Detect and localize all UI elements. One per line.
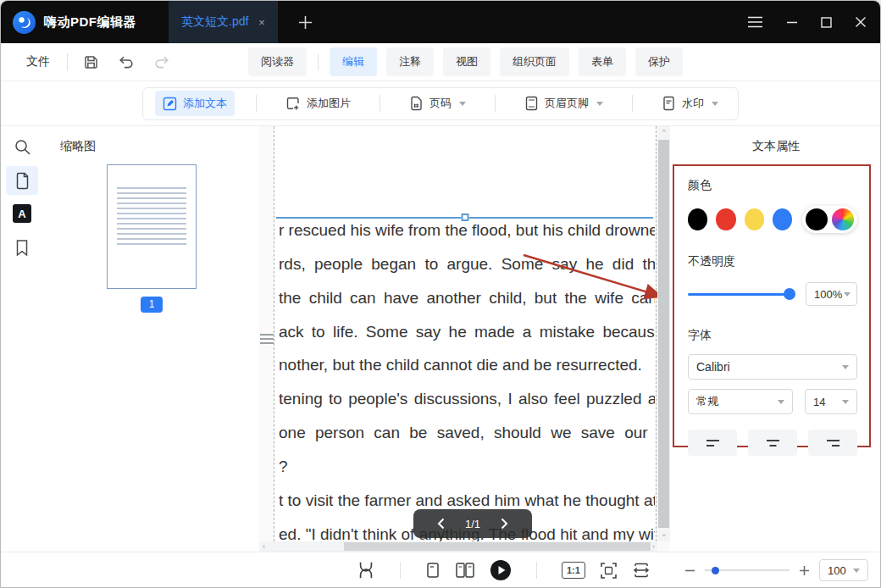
mode-organize-pages[interactable]: 组织页面 <box>500 47 569 76</box>
opacity-dropdown-caret <box>844 292 851 297</box>
continuous-scroll-icon[interactable] <box>357 561 375 580</box>
undo-button[interactable] <box>118 54 135 69</box>
fit-page-icon[interactable] <box>600 562 618 580</box>
single-page-view-icon[interactable] <box>425 562 440 579</box>
current-color-picker <box>802 206 857 233</box>
text-properties-panel: 文本属性 颜色 不透明度 <box>670 126 881 552</box>
swatch-black[interactable] <box>688 208 707 230</box>
font-style-value: 常规 <box>696 394 718 409</box>
mode-reader[interactable]: 阅读器 <box>248 47 307 76</box>
close-button[interactable] <box>855 16 867 28</box>
next-page-button[interactable] <box>501 518 508 530</box>
redo-button[interactable] <box>153 54 170 69</box>
page-number-label: 页码 <box>429 96 452 111</box>
swatch-yellow[interactable] <box>745 208 764 230</box>
opacity-value: 100% <box>814 288 842 301</box>
divider <box>256 95 257 112</box>
watermark-button[interactable]: 水印 <box>654 91 726 116</box>
highlighted-properties-box: 颜色 不透明度 100% <box>673 164 871 447</box>
mode-form[interactable]: 表单 <box>579 47 626 76</box>
opacity-slider[interactable] <box>688 293 793 296</box>
mode-annotate[interactable]: 注释 <box>386 47 434 76</box>
mode-protect[interactable]: 保护 <box>635 47 683 76</box>
presentation-mode-icon[interactable] <box>490 559 512 581</box>
scroll-down-icon[interactable]: ⌄ <box>661 530 668 538</box>
color-swatches <box>688 206 857 233</box>
actual-size-button[interactable]: 1:1 <box>562 562 585 579</box>
page-thumbnail[interactable] <box>107 164 197 289</box>
header-footer-dropdown-caret[interactable] <box>596 102 603 106</box>
font-size-select[interactable]: 14 <box>805 389 857 414</box>
align-right-button[interactable] <box>808 430 857 456</box>
mode-edit[interactable]: 编辑 <box>330 47 377 76</box>
scroll-right-icon[interactable]: › <box>652 543 655 551</box>
opacity-slider-knob[interactable] <box>784 288 795 300</box>
page-indicator: 1/1 <box>465 518 480 530</box>
search-icon[interactable] <box>8 136 36 158</box>
text-panel-icon[interactable]: A <box>13 204 31 223</box>
divider <box>380 95 380 112</box>
maximize-button[interactable] <box>821 17 832 28</box>
horizontal-scrollbar-thumb[interactable] <box>344 542 651 551</box>
zoom-slider-knob[interactable] <box>712 567 719 574</box>
app-window: 嗨动PDF编辑器 英文短文.pdf × 文件 <box>0 0 881 588</box>
document-text-line: rds, people began to argue. Some say he … <box>279 255 655 277</box>
zoom-in-button[interactable] <box>799 565 810 576</box>
vertical-scrollbar[interactable]: ⌃ ⌄ <box>657 126 670 541</box>
horizontal-scrollbar[interactable]: ‹ › <box>259 541 657 552</box>
document-text-line: ack to life. Some say he made a mistake … <box>279 323 655 345</box>
opacity-value-select[interactable]: 100% <box>806 282 857 306</box>
align-left-button[interactable] <box>688 430 737 456</box>
hamburger-menu-icon[interactable] <box>747 16 763 28</box>
document-text-line: r rescued his wife from the flood, but h… <box>279 221 655 243</box>
scroll-left-icon[interactable]: ‹ <box>263 543 265 551</box>
add-text-button[interactable]: 添加文本 <box>155 91 235 116</box>
divider <box>318 53 319 70</box>
two-page-view-icon[interactable] <box>455 562 475 579</box>
zoom-level-value: 100 <box>828 564 846 577</box>
save-button[interactable] <box>83 54 99 70</box>
watermark-dropdown-caret[interactable] <box>712 102 718 106</box>
tab-close-icon[interactable]: × <box>258 17 265 28</box>
font-family-dropdown-caret <box>842 365 849 369</box>
align-center-button[interactable] <box>748 430 797 456</box>
file-menu-button[interactable]: 文件 <box>19 49 57 75</box>
swatch-red[interactable] <box>716 208 735 230</box>
page-number-dropdown-caret[interactable] <box>459 102 466 106</box>
swatch-blue[interactable] <box>773 208 792 230</box>
custom-color-wheel-icon[interactable] <box>832 208 854 230</box>
font-label: 字体 <box>688 328 857 343</box>
scroll-up-icon[interactable]: ⌃ <box>661 130 668 137</box>
thumbnail-panel-title: 缩略图 <box>60 139 96 154</box>
zoom-slider[interactable] <box>705 569 790 571</box>
font-family-select[interactable]: Calibri <box>688 354 857 380</box>
minimize-button[interactable] <box>786 16 798 28</box>
add-image-label: 添加图片 <box>307 96 351 111</box>
zoom-out-button[interactable] <box>684 565 695 576</box>
divider <box>67 53 68 70</box>
current-color-swatch[interactable] <box>806 208 828 230</box>
document-viewport: r rescued his wife from the flood, but h… <box>259 126 670 552</box>
titlebar: 嗨动PDF编辑器 英文短文.pdf × <box>1 1 880 43</box>
divider <box>400 562 401 579</box>
fit-width-icon[interactable] <box>632 563 651 578</box>
new-tab-button[interactable] <box>298 15 313 30</box>
bookmark-panel-icon[interactable] <box>11 236 33 258</box>
header-footer-label: 页眉页脚 <box>545 96 589 111</box>
add-image-button[interactable]: 添加图片 <box>278 91 358 116</box>
previous-page-button[interactable] <box>437 518 445 530</box>
header-footer-button[interactable]: 页眉页脚 <box>517 91 611 116</box>
document-tab[interactable]: 英文短文.pdf × <box>169 1 278 43</box>
zoom-level-select[interactable]: 100 <box>819 559 868 581</box>
thumbnail-text-preview <box>117 184 186 245</box>
panel-resize-handle[interactable] <box>260 334 274 344</box>
mode-view[interactable]: 视图 <box>443 47 490 76</box>
font-style-select[interactable]: 常规 <box>688 389 793 414</box>
thumbnails-panel-icon[interactable] <box>6 166 38 195</box>
divider <box>632 95 633 112</box>
divider <box>536 562 537 579</box>
vertical-scrollbar-thumb[interactable] <box>658 140 669 528</box>
pdf-page[interactable]: r rescued his wife from the flood, but h… <box>274 126 657 541</box>
page-number-button[interactable]: 页码 <box>402 91 474 116</box>
font-size-dropdown-caret <box>842 400 849 404</box>
